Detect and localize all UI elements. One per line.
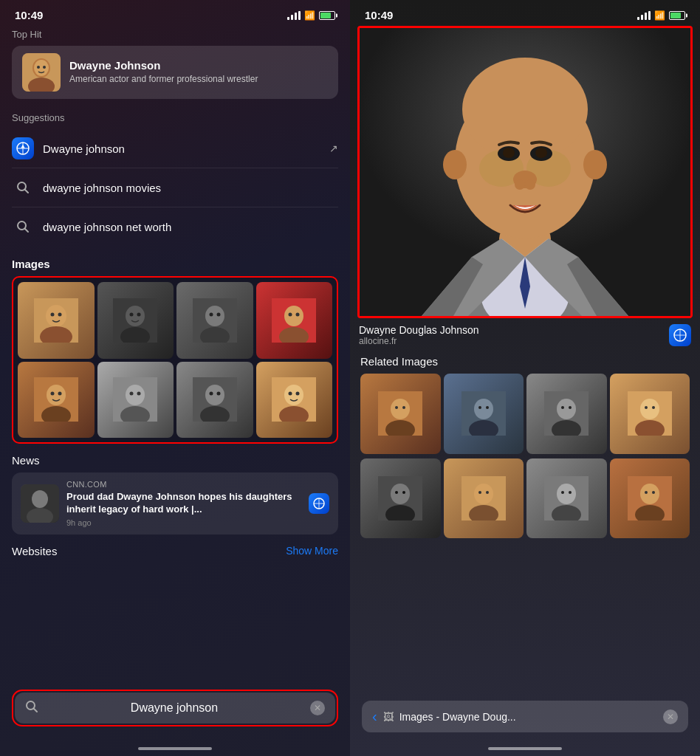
image-thumb-3[interactable] [176,282,253,359]
search-input[interactable]: Dwayne johnson [44,701,304,715]
suggestion-text-networth: dwayne johnson net worth [43,221,338,233]
svg-point-18 [58,312,61,316]
svg-point-27 [209,312,213,316]
svg-point-104 [645,406,648,409]
suggestion-item-safari[interactable]: Dwayne johnson ↗ [12,129,338,168]
related-grid-row1 [360,374,690,454]
suggestions-label: Suggestions [12,112,338,123]
svg-point-35 [47,385,66,405]
image-thumb-5[interactable] [18,362,95,439]
news-label: News [12,454,338,467]
right-time: 10:49 [365,9,393,21]
signal-icon [287,11,301,20]
svg-point-55 [32,490,48,508]
image-thumb-1[interactable] [18,282,95,359]
related-thumb-6[interactable] [444,458,524,539]
search-bar[interactable]: Dwayne johnson ✕ [15,693,335,724]
svg-point-38 [58,392,61,396]
left-phone-panel: 10:49 📶 Top Hit [0,0,350,756]
svg-point-119 [561,491,564,494]
svg-point-94 [478,406,481,409]
image-thumb-4[interactable] [256,282,333,359]
right-signal-icon [637,11,651,20]
svg-point-82 [583,150,607,179]
svg-point-89 [395,406,398,409]
svg-point-17 [50,312,54,316]
svg-point-3 [34,60,49,76]
left-time: 10:49 [15,9,43,21]
svg-point-40 [126,385,145,405]
related-thumb-1[interactable] [360,374,441,454]
related-thumb-7[interactable] [526,458,607,539]
news-item[interactable]: CNN.COM Proud dad Dwayne Johnson hopes h… [12,472,338,535]
image-thumb-7[interactable] [176,362,253,439]
svg-point-109 [395,491,398,494]
safari-icon [12,137,34,159]
right-battery-icon [669,11,685,20]
svg-point-99 [561,406,564,409]
news-safari-button[interactable] [309,493,329,514]
news-title: Proud dad Dwayne Johnson hopes his daugh… [66,491,301,516]
related-thumb-3[interactable] [526,374,607,454]
top-hit-label: Top Hit [12,29,338,40]
avatar [22,53,61,92]
suggestion-text-movies: dwayne johnson movies [43,182,338,194]
suggestion-item-networth[interactable]: dwayne johnson net worth [12,207,338,246]
home-bar [138,747,212,750]
svg-point-102 [640,399,659,419]
svg-point-48 [216,392,220,396]
suggestion-text-safari: Dwayne johnson [43,142,320,155]
svg-point-81 [443,150,467,179]
svg-point-28 [216,312,220,316]
svg-point-112 [474,484,493,504]
svg-point-92 [474,399,493,419]
image-thumb-2[interactable] [97,282,174,359]
related-thumb-4[interactable] [610,374,690,454]
svg-point-79 [515,179,525,190]
image-name: Dwayne Douglas Johnson [359,324,479,336]
suggestion-item-movies[interactable]: dwayne johnson movies [12,168,338,207]
svg-point-37 [50,392,54,396]
svg-point-87 [391,399,410,419]
home-indicator [0,741,350,756]
svg-point-110 [402,491,405,494]
address-bar[interactable]: ‹ 🖼 Images - Dwayne Doug... ✕ [362,701,688,732]
related-thumb-2[interactable] [444,374,524,454]
images-grid [18,282,332,438]
svg-point-42 [130,392,134,396]
related-grid-row2 [360,458,690,539]
websites-label: Websites [12,545,57,557]
svg-line-61 [34,709,38,712]
main-portrait [360,28,690,316]
related-thumb-5[interactable] [360,458,441,539]
svg-point-15 [46,305,66,327]
svg-point-71 [462,58,588,161]
caption-safari-button[interactable] [669,324,691,346]
images-grid-wrapper[interactable] [12,276,338,444]
images-section-label: Images [12,258,338,270]
image-thumb-6[interactable] [97,362,174,439]
svg-point-80 [525,179,535,190]
svg-point-120 [569,491,572,494]
main-image-wrapper[interactable] [357,26,693,318]
address-clear-button[interactable]: ✕ [663,709,678,724]
svg-point-97 [557,399,576,419]
search-bar-container: Dwayne johnson ✕ [0,684,350,741]
image-source: allocine.fr [359,336,479,346]
back-button[interactable]: ‹ [372,708,377,725]
svg-point-30 [284,306,303,326]
svg-point-122 [640,484,659,504]
svg-point-115 [486,491,489,494]
svg-point-76 [503,148,515,158]
news-source: CNN.COM [66,480,301,489]
news-time: 9h ago [66,518,301,527]
search-clear-button[interactable]: ✕ [310,701,325,715]
image-thumb-8[interactable] [256,362,333,439]
svg-point-50 [284,385,303,405]
svg-point-124 [645,491,648,494]
svg-point-117 [557,484,576,504]
show-more-button[interactable]: Show More [286,545,338,557]
related-thumb-8[interactable] [610,458,690,539]
top-hit-card[interactable]: Dwayne Johnson American actor and former… [12,46,338,99]
search-bar-icon [25,700,38,716]
